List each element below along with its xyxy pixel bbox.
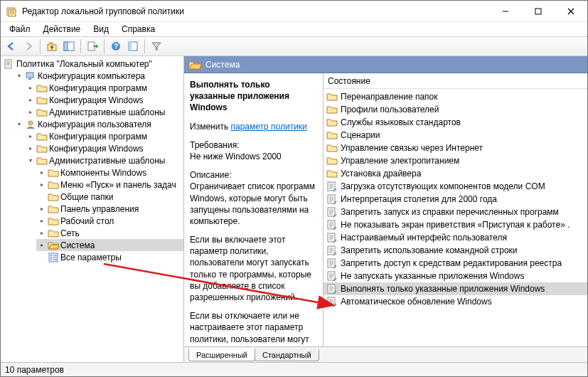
- forward-button[interactable]: [21, 38, 36, 54]
- back-button[interactable]: [4, 38, 19, 54]
- list-item[interactable]: Не показывать экран приветствия «Приступ…: [324, 218, 587, 231]
- tree-comp-programs[interactable]: ▸Конфигурация программ: [25, 82, 183, 94]
- tree-startmenu[interactable]: ▸Меню «Пуск» и панель задач: [36, 179, 183, 191]
- list-item[interactable]: Интерпретация столетия для 2000 года: [324, 193, 587, 206]
- edit-policy-link[interactable]: параметр политики: [230, 122, 306, 132]
- tree-network[interactable]: ▸Сеть: [36, 227, 183, 239]
- list-item[interactable]: Установка драйвера: [324, 167, 587, 180]
- expander-icon[interactable]: ▸: [38, 229, 46, 238]
- expander-icon[interactable]: ▾: [15, 72, 23, 80]
- show-hide-tree-button[interactable]: [61, 38, 77, 54]
- tree-all-settings[interactable]: Все параметры: [36, 251, 183, 263]
- list-item-label: Службы языковых стандартов: [341, 117, 461, 127]
- svg-rect-20: [328, 182, 335, 191]
- toolbar: ?: [1, 36, 587, 56]
- export-button[interactable]: [85, 38, 100, 54]
- list-item[interactable]: Службы языковых стандартов: [324, 116, 587, 129]
- list-item[interactable]: Автоматическое обновление Windows: [324, 295, 587, 308]
- tree-desktop[interactable]: ▸Рабочий стол: [36, 215, 183, 227]
- close-button[interactable]: [555, 1, 587, 22]
- svg-rect-41: [328, 272, 335, 280]
- tree-label: Компоненты Windows: [60, 168, 146, 178]
- list-item[interactable]: Настраиваемый интерфейс пользователя: [324, 231, 587, 244]
- list-item[interactable]: Перенаправление папок: [324, 90, 587, 103]
- setting-icon: [326, 181, 338, 192]
- window-title: Редактор локальной групповой политики: [22, 6, 489, 16]
- tree-user-admin[interactable]: ▾Административные шаблоны: [25, 154, 183, 166]
- list-header-state[interactable]: Состояние: [324, 73, 587, 89]
- folder-icon: [48, 216, 59, 227]
- list-item-label: Настраиваемый интерфейс пользователя: [341, 233, 507, 243]
- list-item[interactable]: Выполнять только указанные приложения Wi…: [324, 282, 587, 295]
- up-button[interactable]: [44, 38, 60, 54]
- description-p3: Если вы отключаете или не настраиваете э…: [190, 310, 316, 345]
- toolbar-sep: [40, 39, 41, 53]
- setting-icon: [326, 219, 338, 230]
- list-item[interactable]: Не запускать указанные приложения Window…: [324, 270, 587, 282]
- options-button[interactable]: [125, 38, 141, 54]
- list-item-label: Интерпретация столетия для 2000 года: [341, 194, 497, 204]
- list-item-label: Не запускать указанные приложения Window…: [341, 271, 524, 281]
- list-item[interactable]: Запретить использование командной строки: [324, 244, 587, 257]
- tree-comp-admin[interactable]: ▸Административные шаблоны: [25, 106, 183, 118]
- expander-icon[interactable]: ▸: [38, 181, 46, 189]
- expander-icon[interactable]: ▾: [26, 156, 35, 165]
- expander-icon[interactable]: ▸: [26, 132, 35, 141]
- expander-icon[interactable]: ▸: [38, 241, 46, 250]
- list-item[interactable]: Загрузка отсутствующих компонентов модел…: [324, 180, 587, 193]
- tab-extended[interactable]: Расширенный: [188, 349, 255, 361]
- list-item-label: Перенаправление папок: [341, 92, 438, 102]
- folder-icon: [326, 155, 338, 166]
- tree-label: Рабочий стол: [60, 216, 114, 226]
- tree-pane[interactable]: Политика "Локальный компьютер" ▾ Конфигу…: [1, 56, 184, 362]
- svg-point-46: [333, 292, 335, 294]
- maximize-button[interactable]: [522, 1, 555, 22]
- tree-label: Сеть: [60, 228, 80, 238]
- menu-help[interactable]: Справка: [116, 23, 161, 36]
- list-item[interactable]: Сценарии: [324, 129, 587, 142]
- expander-icon[interactable]: ▾: [15, 120, 23, 129]
- tree-user-configuration[interactable]: ▾ Конфигурация пользователя: [14, 118, 183, 130]
- tree-root[interactable]: Политика "Локальный компьютер": [2, 58, 183, 70]
- minimize-button[interactable]: [489, 1, 522, 22]
- edit-prefix: Изменить: [190, 122, 230, 132]
- tree-label: Административные шаблоны: [49, 107, 165, 117]
- tree-label: Меню «Пуск» и панель задач: [60, 180, 176, 190]
- tree-computer-configuration[interactable]: ▾ Конфигурация компьютера: [14, 70, 183, 82]
- menu-action[interactable]: Действие: [38, 23, 87, 36]
- description-pane: Выполнять только указанные приложения Wi…: [184, 73, 324, 346]
- list-item[interactable]: Профили пользователей: [324, 103, 587, 116]
- expander-icon[interactable]: ▸: [38, 169, 46, 177]
- menu-file[interactable]: Файл: [4, 23, 36, 36]
- view-tabs: Расширенный Стандартный: [184, 346, 587, 362]
- menu-view[interactable]: Вид: [87, 23, 114, 36]
- svg-rect-13: [26, 73, 33, 78]
- list-item[interactable]: Запретить запуск из справки перечисленны…: [324, 206, 587, 218]
- setting-icon: [326, 232, 338, 243]
- expander-icon[interactable]: ▸: [26, 108, 35, 117]
- tree-user-windows[interactable]: ▸Конфигурация Windows: [25, 142, 183, 154]
- description-label: Описание:: [190, 169, 316, 181]
- list-pane[interactable]: Состояние Перенаправление папокПрофили п…: [324, 73, 587, 346]
- tree-system[interactable]: ▸Система: [36, 239, 183, 251]
- list-item[interactable]: Запретить доступ к средствам редактирова…: [324, 257, 587, 270]
- expander-icon[interactable]: ▸: [38, 205, 46, 213]
- list-item[interactable]: Управление связью через Интернет: [324, 142, 587, 154]
- window-controls: [489, 1, 587, 22]
- expander-icon[interactable]: ▸: [26, 96, 35, 105]
- expander-icon[interactable]: ▸: [26, 84, 35, 92]
- help-button[interactable]: ?: [108, 38, 124, 54]
- filter-button[interactable]: [149, 38, 164, 54]
- expander-icon[interactable]: ▸: [26, 144, 35, 153]
- tab-standard[interactable]: Стандартный: [255, 349, 319, 361]
- tree-control-panel[interactable]: ▸Панель управления: [36, 203, 183, 215]
- tree-comp-windows[interactable]: ▸Конфигурация Windows: [25, 94, 183, 106]
- tree-label: Конфигурация программ: [49, 132, 147, 142]
- list-item[interactable]: Управление электропитанием: [324, 154, 587, 167]
- tree-user-programs[interactable]: ▸Конфигурация программ: [25, 130, 183, 142]
- svg-point-36: [335, 253, 336, 254]
- tree-components-windows[interactable]: ▸Компоненты Windows: [36, 166, 183, 179]
- svg-point-48: [335, 304, 336, 305]
- tree-shared-folders[interactable]: Общие папки: [36, 191, 183, 203]
- expander-icon[interactable]: ▸: [38, 217, 46, 225]
